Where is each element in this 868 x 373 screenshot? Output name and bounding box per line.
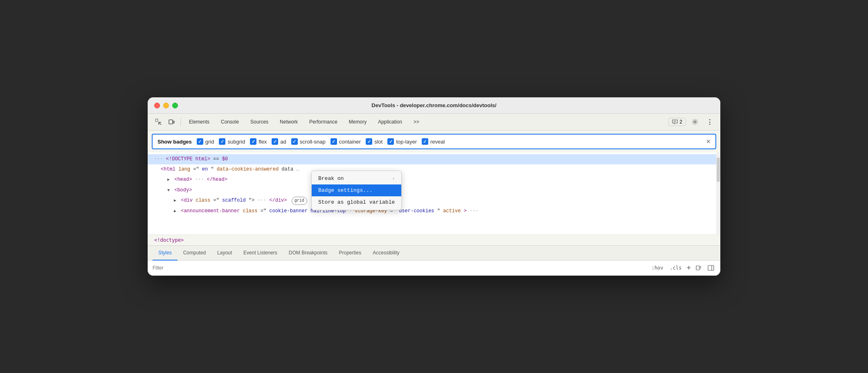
badge-item-container[interactable]: container [331,138,361,145]
filter-input[interactable] [153,265,650,271]
tabs-bar: Styles Computed Layout Event Listeners D… [148,245,720,261]
tab-elements[interactable]: Elements [184,117,214,126]
toggle-sidebar-icon[interactable] [706,263,715,272]
dom-line-announcement[interactable]: ▶ <announcement-banner class =" cookie-b… [148,206,720,216]
dom-line-body[interactable]: ▼ <body> [148,185,720,195]
svg-rect-0 [155,119,158,121]
grid-badge: grid [292,197,307,205]
svg-point-5 [694,121,696,123]
dom-attr-lang-value: en [202,166,208,172]
checkbox-reveal[interactable] [422,138,428,145]
scrollbar-thumb[interactable] [717,157,720,182]
dom-eq: == [213,156,222,162]
badge-item-ad[interactable]: ad [272,138,286,145]
settings-icon[interactable] [689,116,701,128]
context-menu-arrow-icon: › [392,176,395,181]
badge-bar-label: Show badges [157,139,192,145]
badge-item-top-layer[interactable]: top-layer [387,138,417,145]
dom-panel: ··· <!DOCTYPE html> == $0 <html lang =" … [148,153,720,234]
tab-more[interactable]: >> [409,117,424,126]
tab-memory[interactable]: Memory [344,117,371,126]
context-menu-item-store-global[interactable]: Store as global variable [312,196,401,208]
tab-layout[interactable]: Layout [211,246,238,261]
badge-item-flex[interactable]: flex [250,138,267,145]
titlebar: DevTools - developer.chrome.com/docs/dev… [148,97,720,114]
badge-label-slot: slot [374,139,382,145]
svg-rect-7 [708,265,714,270]
devtools-window: DevTools - developer.chrome.com/docs/dev… [148,97,720,276]
context-menu: Break on › Badge settings... Store as gl… [311,171,402,210]
dom-attr-data-cookies: data-cookies-answered [217,166,279,172]
dom-head-tag: <head> [174,177,192,182]
tab-dom-breakpoints[interactable]: DOM Breakpoints [283,246,333,261]
tab-accessibility[interactable]: Accessibility [367,246,405,261]
checkbox-flex[interactable] [250,138,256,145]
dom-doctype-tag: <!DOCTYPE html> [166,156,210,162]
dom-ellipsis: ··· [154,156,163,162]
tab-computed[interactable]: Computed [178,246,211,261]
badge-label-grid: grid [205,139,214,145]
badge-item-subgrid[interactable]: subgrid [219,138,245,145]
svg-rect-2 [173,121,174,123]
dom-line-doctype[interactable]: ··· <!DOCTYPE html> == $0 [148,154,720,164]
checkbox-container[interactable] [331,138,337,145]
context-menu-item-break-on[interactable]: Break on › [312,173,401,184]
doctype-footer: <!doctype> [148,234,720,245]
tab-sources[interactable]: Sources [245,117,273,126]
device-toggle-icon[interactable] [166,116,177,128]
element-picker-icon[interactable] [153,116,164,128]
toolbar-divider [180,118,181,126]
context-menu-badge-settings-label: Badge settings... [318,187,373,193]
tab-performance[interactable]: Performance [304,117,342,126]
checkbox-subgrid[interactable] [219,138,225,145]
checkbox-slot[interactable] [366,138,372,145]
checkbox-top-layer[interactable] [387,138,394,145]
badge-item-slot[interactable]: slot [366,138,382,145]
tab-properties[interactable]: Properties [333,246,367,261]
window-title: DevTools - developer.chrome.com/docs/dev… [371,102,496,108]
context-menu-break-on-label: Break on [318,175,344,182]
badge-label-scroll-snap: scroll-snap [300,139,326,145]
traffic-lights [154,103,178,108]
filter-buttons: :hov .cls + [650,263,715,272]
dom-body-tag: <body> [174,187,192,193]
context-menu-store-global-label: Store as global variable [318,199,395,205]
scrollbar[interactable] [716,153,720,234]
svg-rect-1 [169,120,173,124]
cls-button[interactable]: .cls [668,264,684,272]
dom-html-open: <html [161,166,178,172]
minimize-button[interactable] [163,103,169,108]
dom-dollar-var: $0 [222,156,228,162]
badge-item-reveal[interactable]: reveal [422,138,445,145]
close-button[interactable] [154,103,160,108]
badge-label-subgrid: subgrid [227,139,245,145]
dom-head-ellipsis: ··· [195,177,207,182]
hov-button[interactable]: :hov [650,264,665,272]
context-menu-item-badge-settings[interactable]: Badge settings... [312,184,401,196]
message-count: 2 [679,119,682,125]
checkbox-grid[interactable] [197,138,203,145]
message-badge[interactable]: 2 [668,118,686,126]
badge-label-ad: ad [280,139,286,145]
tab-application[interactable]: Application [373,117,407,126]
tab-console[interactable]: Console [216,117,244,126]
new-rule-icon[interactable] [694,263,703,272]
badge-item-scroll-snap[interactable]: scroll-snap [291,138,326,145]
badge-bar-close-button[interactable]: × [706,138,711,145]
checkbox-ad[interactable] [272,138,278,145]
dom-line-html[interactable]: <html lang =" en " data-cookies-answered… [148,164,720,175]
checkbox-scroll-snap[interactable] [291,138,298,145]
tab-network[interactable]: Network [275,117,303,126]
dom-line-div-scaffold[interactable]: ▶ <div class =" scaffold "> ··· </div> g… [148,195,720,206]
add-style-button[interactable]: + [686,264,691,272]
badge-item-grid[interactable]: grid [197,138,214,145]
dom-line-head[interactable]: ▶ <head> ··· </head> [148,175,720,185]
svg-rect-6 [696,266,699,270]
tab-styles[interactable]: Styles [153,246,178,261]
maximize-button[interactable] [172,103,178,108]
tab-event-listeners[interactable]: Event Listeners [238,246,283,261]
badge-label-container: container [339,139,361,145]
more-options-icon[interactable]: ⋮ [704,116,715,128]
filter-bar: :hov .cls + [148,261,720,276]
main-toolbar: Elements Console Sources Network Perform… [148,114,720,130]
